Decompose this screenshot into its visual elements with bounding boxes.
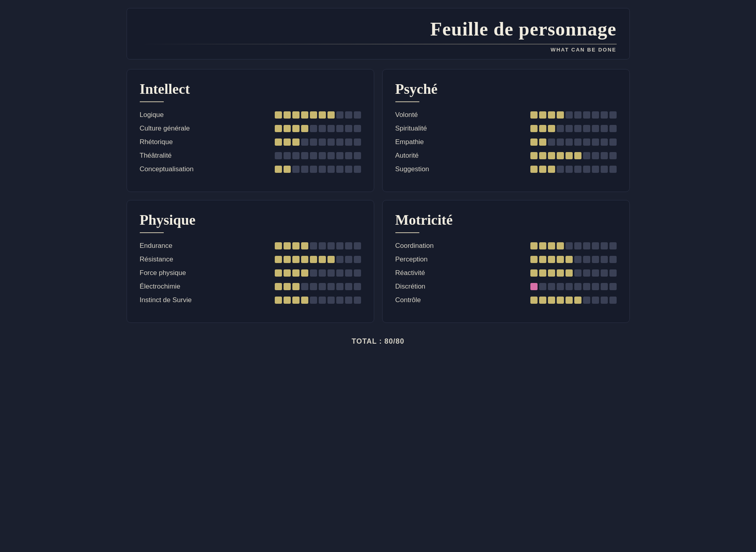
skill-row: Empathie bbox=[395, 138, 617, 146]
dot bbox=[583, 138, 590, 146]
dot bbox=[530, 269, 538, 277]
dot bbox=[292, 242, 300, 249]
dot bbox=[539, 125, 546, 132]
dot bbox=[345, 152, 352, 159]
dot bbox=[284, 152, 291, 159]
dot bbox=[319, 111, 326, 119]
dot bbox=[530, 166, 538, 173]
dot bbox=[601, 283, 608, 290]
dot bbox=[310, 125, 317, 132]
dot bbox=[327, 125, 335, 132]
dot bbox=[592, 256, 599, 263]
dot bbox=[530, 297, 538, 304]
dot bbox=[592, 283, 599, 290]
dot bbox=[292, 125, 300, 132]
dot bbox=[275, 152, 282, 159]
dot bbox=[275, 138, 282, 146]
skill-row: Résistance bbox=[140, 255, 361, 263]
header-subtitle: WHAT CAN BE DONE bbox=[140, 47, 617, 53]
dot bbox=[284, 138, 291, 146]
skill-dots bbox=[275, 297, 361, 304]
dot bbox=[345, 111, 352, 119]
dot bbox=[592, 138, 599, 146]
dot bbox=[336, 297, 343, 304]
dot bbox=[539, 269, 546, 277]
dot bbox=[539, 111, 546, 119]
dot bbox=[609, 269, 617, 277]
skill-name: Instinct de Survie bbox=[140, 296, 212, 304]
dot bbox=[548, 297, 555, 304]
dot bbox=[609, 242, 617, 249]
skill-dots bbox=[275, 269, 361, 277]
skill-name: Endurance bbox=[140, 242, 212, 250]
skill-dots bbox=[530, 256, 617, 263]
dot bbox=[557, 242, 564, 249]
dot bbox=[301, 166, 308, 173]
skill-dots bbox=[275, 166, 361, 173]
dot bbox=[275, 111, 282, 119]
dot bbox=[530, 242, 538, 249]
dot bbox=[319, 269, 326, 277]
dot bbox=[327, 242, 335, 249]
dot bbox=[292, 297, 300, 304]
skill-name: Force physique bbox=[140, 269, 212, 277]
dot bbox=[539, 297, 546, 304]
card-intellect: IntellectLogiqueCulture généraleRhétoriq… bbox=[127, 69, 374, 192]
dot bbox=[539, 166, 546, 173]
dot bbox=[275, 297, 282, 304]
dot bbox=[601, 111, 608, 119]
dot bbox=[275, 166, 282, 173]
dot bbox=[548, 242, 555, 249]
dot bbox=[284, 256, 291, 263]
dot bbox=[319, 138, 326, 146]
dot bbox=[548, 166, 555, 173]
dot bbox=[319, 297, 326, 304]
dot bbox=[310, 283, 317, 290]
dot bbox=[539, 242, 546, 249]
dot bbox=[275, 269, 282, 277]
dot bbox=[566, 125, 573, 132]
page-wrapper: Feuille de personnage WHAT CAN BE DONE I… bbox=[127, 8, 630, 352]
dot bbox=[609, 152, 617, 159]
dot bbox=[566, 283, 573, 290]
skill-row: Théâtralité bbox=[140, 152, 361, 160]
dot bbox=[592, 242, 599, 249]
skill-row: Force physique bbox=[140, 269, 361, 277]
dot bbox=[354, 256, 361, 263]
dot bbox=[292, 111, 300, 119]
dot bbox=[601, 269, 608, 277]
skill-row: Logique bbox=[140, 111, 361, 119]
card-title-physique: Physique bbox=[140, 212, 361, 228]
skill-row: Rhétorique bbox=[140, 138, 361, 146]
dot bbox=[301, 297, 308, 304]
dot bbox=[310, 256, 317, 263]
dot bbox=[574, 256, 581, 263]
dot bbox=[319, 166, 326, 173]
skill-name: Résistance bbox=[140, 255, 212, 263]
dot bbox=[609, 166, 617, 173]
dot bbox=[548, 138, 555, 146]
dot bbox=[354, 138, 361, 146]
dot bbox=[566, 138, 573, 146]
dot bbox=[548, 152, 555, 159]
total-footer: TOTAL : 80/80 bbox=[127, 331, 630, 352]
dot bbox=[583, 166, 590, 173]
dot bbox=[601, 125, 608, 132]
dot bbox=[601, 138, 608, 146]
dot bbox=[301, 111, 308, 119]
skill-dots bbox=[530, 269, 617, 277]
dot bbox=[601, 166, 608, 173]
dot bbox=[345, 297, 352, 304]
dot bbox=[327, 152, 335, 159]
dot bbox=[292, 269, 300, 277]
dot bbox=[275, 125, 282, 132]
dot bbox=[284, 166, 291, 173]
main-grid: IntellectLogiqueCulture généraleRhétoriq… bbox=[127, 69, 630, 323]
skill-name: Autorité bbox=[395, 152, 467, 160]
dot bbox=[609, 111, 617, 119]
dot bbox=[548, 256, 555, 263]
dot bbox=[354, 111, 361, 119]
dot bbox=[601, 152, 608, 159]
skill-row: Volonté bbox=[395, 111, 617, 119]
dot bbox=[319, 152, 326, 159]
